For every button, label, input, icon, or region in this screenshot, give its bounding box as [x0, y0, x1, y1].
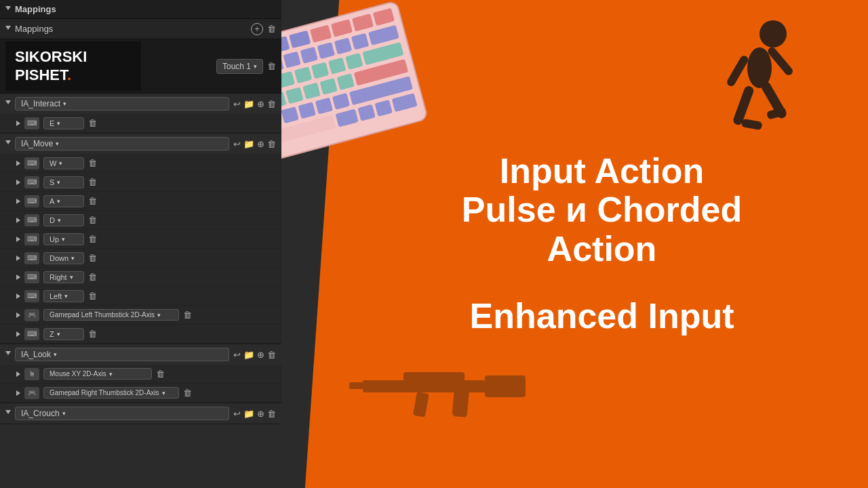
binding-e-delete[interactable]: 🗑 [88, 118, 97, 128]
binding-up-arrow: ▾ [62, 236, 65, 243]
binding-a-delete[interactable]: 🗑 [88, 196, 97, 206]
binding-a-keyboard-icon: ⌨ [24, 195, 39, 207]
interact-delete-icon[interactable]: 🗑 [267, 99, 276, 109]
binding-e-arrow: ▾ [57, 120, 60, 127]
logo-right-controls: Touch 1 ▾ 🗑 [216, 59, 276, 74]
move-name-dropdown[interactable]: IA_Move ▾ [15, 137, 229, 150]
interact-expand-icon[interactable] [5, 100, 11, 107]
binding-mouse-xy-delete[interactable]: 🗑 [156, 369, 165, 379]
move-expand-icon[interactable] [5, 140, 11, 147]
binding-s-expand[interactable] [16, 180, 20, 185]
binding-s-delete[interactable]: 🗑 [88, 177, 97, 187]
binding-right-key[interactable]: Right ▾ [43, 271, 84, 283]
panel-title: Mappings [15, 4, 56, 14]
binding-up-expand[interactable] [16, 237, 20, 242]
action-section-interact: IA_Interact ▾ ↩ 📁 ⊕ 🗑 ⌨ E ▾ 🗑 [0, 94, 281, 134]
binding-down-key[interactable]: Down ▾ [43, 252, 84, 264]
move-action-icons: ↩ 📁 ⊕ 🗑 [233, 139, 276, 149]
binding-z-expand[interactable] [16, 331, 20, 337]
binding-a-key[interactable]: A ▾ [43, 195, 84, 207]
gun-silhouette [349, 350, 553, 434]
logo-text: SIKORSKI PISHET. [15, 48, 132, 84]
binding-gamepad-left-key[interactable]: Gamepad Left Thumbstick 2D-Axis ▾ [43, 309, 179, 321]
mappings-header: Mappings + 🗑 [0, 19, 281, 39]
binding-gamepad-right-expand[interactable] [16, 390, 20, 396]
right-panel: Input Action Pulse и Chorded Action Enha… [281, 0, 868, 488]
binding-d-delete[interactable]: 🗑 [88, 215, 97, 225]
interact-add-icon[interactable]: ⊕ [257, 99, 264, 109]
binding-w-expand[interactable] [16, 161, 20, 166]
binding-mouse-xy-key[interactable]: Mouse XY 2D-Axis ▾ [43, 368, 152, 380]
binding-d-key[interactable]: D ▾ [43, 214, 84, 226]
binding-right-expand[interactable] [16, 274, 20, 280]
binding-gamepad-right-key[interactable]: Gamepad Right Thumbstick 2D-Axis ▾ [43, 387, 179, 399]
binding-s-key[interactable]: S ▾ [43, 176, 84, 188]
move-delete-icon[interactable]: 🗑 [267, 139, 276, 149]
binding-up-key[interactable]: Up ▾ [43, 233, 84, 245]
crouch-add-icon[interactable]: ⊕ [257, 409, 264, 419]
look-expand-icon[interactable] [5, 351, 11, 358]
look-add-icon[interactable]: ⊕ [257, 350, 264, 360]
look-delete-icon[interactable]: 🗑 [267, 350, 276, 360]
interact-name-arrow: ▾ [63, 100, 66, 107]
crouch-settings-icon[interactable]: ↩ [233, 409, 241, 419]
binding-e-keyboard-icon: ⌨ [24, 117, 39, 129]
panel-collapse-icon[interactable] [5, 6, 11, 13]
binding-gamepad-left-delete[interactable]: 🗑 [183, 310, 192, 320]
binding-left-expand[interactable] [16, 293, 20, 299]
binding-z-keyboard-icon: ⌨ [24, 328, 39, 340]
crouch-folder-icon[interactable]: 📁 [243, 409, 254, 419]
interact-settings-icon[interactable]: ↩ [233, 99, 241, 109]
binding-mouse-xy-expand[interactable] [16, 371, 20, 377]
binding-up-delete[interactable]: 🗑 [88, 234, 97, 244]
touch-delete-button[interactable]: 🗑 [267, 61, 276, 71]
binding-left-delete[interactable]: 🗑 [88, 291, 97, 301]
binding-right-arrow: ▾ [70, 274, 73, 281]
binding-mouse-xy-arrow: ▾ [109, 371, 113, 378]
binding-gamepad-left-expand[interactable] [16, 312, 20, 318]
look-folder-icon[interactable]: 📁 [243, 350, 254, 360]
binding-row-gamepad-left: 🎮 Gamepad Left Thumbstick 2D-Axis ▾ 🗑 [0, 306, 281, 325]
look-name-dropdown[interactable]: IA_Look ▾ [15, 348, 229, 361]
move-folder-icon[interactable]: 📁 [243, 139, 254, 149]
binding-down-delete[interactable]: 🗑 [88, 253, 97, 263]
action-header-move: IA_Move ▾ ↩ 📁 ⊕ 🗑 [0, 134, 281, 154]
binding-z-key[interactable]: Z ▾ [43, 328, 84, 340]
binding-gamepad-right-delete[interactable]: 🗑 [183, 388, 192, 398]
move-add-icon[interactable]: ⊕ [257, 139, 264, 149]
mappings-delete-button[interactable]: 🗑 [267, 24, 276, 34]
action-section-look: IA_Look ▾ ↩ 📁 ⊕ 🗑 🖱 Mouse XY 2D-Axis ▾ [0, 344, 281, 403]
binding-w-delete[interactable]: 🗑 [88, 158, 97, 168]
binding-down-expand[interactable] [16, 256, 20, 261]
interact-name-dropdown[interactable]: IA_Interact ▾ [15, 97, 229, 110]
binding-e-key[interactable]: E ▾ [43, 117, 84, 129]
action-header-look: IA_Look ▾ ↩ 📁 ⊕ 🗑 [0, 344, 281, 365]
mappings-expand-icon[interactable] [5, 26, 11, 33]
touch-dropdown[interactable]: Touch 1 ▾ [216, 59, 263, 74]
interact-folder-icon[interactable]: 📁 [243, 99, 254, 109]
binding-gamepad-left-icon: 🎮 [24, 309, 39, 321]
binding-d-expand[interactable] [16, 218, 20, 223]
binding-z-delete[interactable]: 🗑 [88, 329, 97, 339]
crouch-delete-icon[interactable]: 🗑 [267, 409, 276, 419]
binding-a-expand[interactable] [16, 199, 20, 204]
action-section-crouch: IA_Crouch ▾ ↩ 📁 ⊕ 🗑 [0, 403, 281, 424]
move-settings-icon[interactable]: ↩ [233, 139, 241, 149]
binding-s-keyboard-icon: ⌨ [24, 176, 39, 188]
binding-left-key[interactable]: Left ▾ [43, 290, 84, 302]
move-name-arrow: ▾ [56, 140, 59, 147]
svg-rect-91 [413, 392, 429, 418]
crouch-expand-icon[interactable] [5, 410, 11, 417]
binding-a-arrow: ▾ [57, 198, 60, 205]
mappings-label: Mappings [15, 24, 247, 34]
logo-box: SIKORSKI PISHET. [5, 41, 141, 91]
look-settings-icon[interactable]: ↩ [233, 350, 241, 360]
panel-title-bar: Mappings [0, 0, 281, 19]
mappings-add-button[interactable]: + [251, 23, 263, 35]
logo-row: SIKORSKI PISHET. Touch 1 ▾ 🗑 [0, 39, 281, 94]
binding-right-delete[interactable]: 🗑 [88, 272, 97, 282]
binding-e-expand[interactable] [16, 121, 20, 126]
svg-rect-88 [485, 375, 526, 397]
binding-w-key[interactable]: W ▾ [43, 157, 84, 169]
crouch-name-dropdown[interactable]: IA_Crouch ▾ [15, 407, 229, 420]
